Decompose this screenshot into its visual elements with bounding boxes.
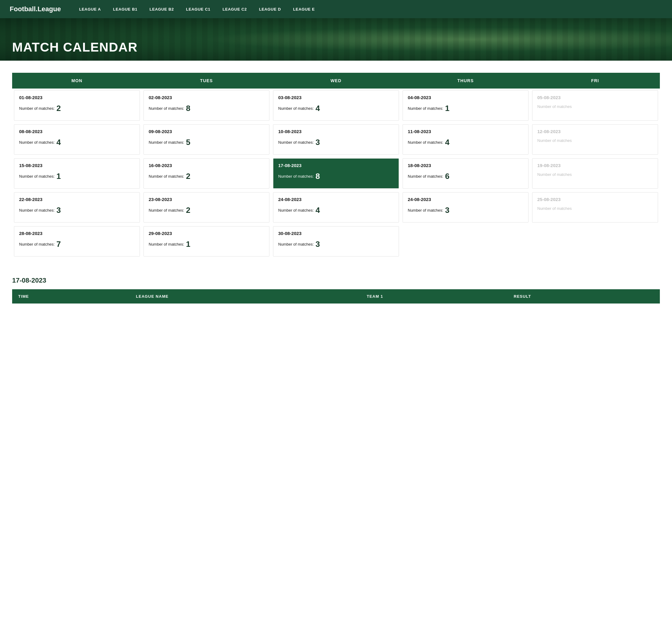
- day-cell-12-08-2023[interactable]: 12-08-2023Number of matches: [532, 124, 658, 155]
- calendar-cell[interactable]: 18-08-2023Number of matches:6: [401, 156, 530, 190]
- calendar-cell[interactable]: 04-08-2023Number of matches:1: [401, 89, 530, 122]
- match-count-number: 8: [316, 172, 320, 180]
- day-date: 08-08-2023: [19, 129, 135, 134]
- match-count-row: Number of matches:8: [149, 104, 264, 112]
- nav-link-league-b1[interactable]: LEAGUE B1: [113, 7, 137, 11]
- calendar-cell[interactable]: 30-08-2023Number of matches:3: [271, 224, 401, 258]
- calendar-cell[interactable]: 24-08-2023Number of matches:4: [271, 190, 401, 224]
- calendar-cell[interactable]: 08-08-2023Number of matches:4: [12, 122, 142, 156]
- day-date: 19-08-2023: [537, 163, 653, 168]
- day-cell-23-08-2023[interactable]: 23-08-2023Number of matches:2: [143, 192, 270, 223]
- nav-link-league-c1[interactable]: LEAGUE C1: [186, 7, 210, 11]
- calendar-cell[interactable]: 10-08-2023Number of matches:3: [271, 122, 401, 156]
- match-count-number: 4: [316, 104, 320, 112]
- match-count-row: Number of matches:3: [278, 138, 394, 146]
- day-cell-10-08-2023[interactable]: 10-08-2023Number of matches:3: [273, 124, 399, 155]
- match-count-label: Number of matches:: [278, 140, 314, 145]
- calendar-cell[interactable]: 11-08-2023Number of matches:4: [401, 122, 530, 156]
- day-date: 04-08-2023: [408, 95, 523, 100]
- calendar-cell[interactable]: 15-08-2023Number of matches:1: [12, 156, 142, 190]
- selected-date-title: 17-08-2023: [12, 276, 660, 285]
- match-count-row: Number of matches:1: [19, 172, 135, 180]
- calendar-cell[interactable]: 02-08-2023Number of matches:8: [142, 89, 271, 122]
- match-count-row: Number of matches:3: [408, 206, 523, 214]
- calendar-header-fri: FRI: [530, 73, 660, 89]
- day-cell-11-08-2023[interactable]: 11-08-2023Number of matches:4: [402, 124, 529, 155]
- match-table-header-time: TIME: [12, 289, 130, 303]
- day-cell-08-08-2023[interactable]: 08-08-2023Number of matches:4: [14, 124, 140, 155]
- match-count-number: 4: [316, 206, 320, 214]
- nav-link-league-e[interactable]: LEAGUE E: [293, 7, 315, 11]
- calendar-cell[interactable]: 09-08-2023Number of matches:5: [142, 122, 271, 156]
- match-count-label: Number of matches:: [408, 174, 443, 178]
- match-table-header-league-name: LEAGUE NAME: [130, 289, 361, 303]
- match-count-label: Number of matches:: [149, 242, 184, 246]
- day-cell-29-08-2023[interactable]: 29-08-2023Number of matches:1: [143, 226, 270, 257]
- match-count-number: 5: [186, 138, 190, 146]
- calendar-cell[interactable]: 25-08-2023Number of matches: [530, 190, 660, 224]
- match-count-row: Number of matches:6: [408, 172, 523, 180]
- day-cell-05-08-2023[interactable]: 05-08-2023Number of matches: [532, 90, 658, 121]
- nav-link-league-d[interactable]: LEAGUE D: [259, 7, 281, 11]
- day-cell-01-08-2023[interactable]: 01-08-2023Number of matches:2: [14, 90, 140, 121]
- day-cell-30-08-2023[interactable]: 30-08-2023Number of matches:3: [273, 226, 399, 257]
- match-count-label: Number of matches: [537, 104, 572, 109]
- day-cell-24-08-2023[interactable]: 24-08-2023Number of matches:4: [273, 192, 399, 223]
- match-table-header-team-1: TEAM 1: [361, 289, 508, 303]
- day-date: 16-08-2023: [149, 163, 264, 168]
- day-date: 12-08-2023: [537, 129, 653, 134]
- day-cell-03-08-2023[interactable]: 03-08-2023Number of matches:4: [273, 90, 399, 121]
- day-cell-18-08-2023[interactable]: 18-08-2023Number of matches:6: [402, 158, 529, 189]
- calendar-cell[interactable]: 16-08-2023Number of matches:2: [142, 156, 271, 190]
- day-date: 01-08-2023: [19, 95, 135, 100]
- nav-link-league-c2[interactable]: LEAGUE C2: [223, 7, 247, 11]
- match-count-number: 3: [316, 138, 320, 146]
- match-count-number: 3: [56, 206, 61, 214]
- nav-link-league-b2[interactable]: LEAGUE B2: [149, 7, 174, 11]
- match-count-row: Number of matches:4: [278, 206, 394, 214]
- calendar-cell[interactable]: 03-08-2023Number of matches:4: [271, 89, 401, 122]
- match-count-row: Number of matches: [537, 104, 653, 109]
- day-cell-22-08-2023[interactable]: 22-08-2023Number of matches:3: [14, 192, 140, 223]
- calendar-cell[interactable]: 19-08-2023Number of matches: [530, 156, 660, 190]
- calendar-header-mon: MON: [12, 73, 142, 89]
- match-count-row: Number of matches:4: [408, 138, 523, 146]
- calendar-cell[interactable]: 01-08-2023Number of matches:2: [12, 89, 142, 122]
- calendar-cell: [401, 224, 530, 258]
- match-count-number: 1: [186, 240, 190, 248]
- day-cell-04-08-2023[interactable]: 04-08-2023Number of matches:1: [402, 90, 529, 121]
- calendar-week-row: 28-08-2023Number of matches:729-08-2023N…: [12, 224, 660, 258]
- day-cell-17-08-2023[interactable]: 17-08-2023Number of matches:8: [273, 158, 399, 189]
- day-cell-24-08-2023[interactable]: 24-08-2023Number of matches:3: [402, 192, 529, 223]
- calendar-cell[interactable]: 17-08-2023Number of matches:8: [271, 156, 401, 190]
- day-cell-09-08-2023[interactable]: 09-08-2023Number of matches:5: [143, 124, 270, 155]
- calendar-cell[interactable]: 24-08-2023Number of matches:3: [401, 190, 530, 224]
- match-count-number: 1: [445, 104, 449, 112]
- day-date: 10-08-2023: [278, 129, 394, 134]
- calendar-cell[interactable]: 28-08-2023Number of matches:7: [12, 224, 142, 258]
- match-count-row: Number of matches:5: [149, 138, 264, 146]
- day-cell-15-08-2023[interactable]: 15-08-2023Number of matches:1: [14, 158, 140, 189]
- calendar-cell[interactable]: 12-08-2023Number of matches: [530, 122, 660, 156]
- match-count-row: Number of matches: [537, 206, 653, 211]
- calendar-cell[interactable]: 22-08-2023Number of matches:3: [12, 190, 142, 224]
- hero-banner: MATCH CALENDAR: [0, 18, 672, 60]
- calendar-cell[interactable]: 29-08-2023Number of matches:1: [142, 224, 271, 258]
- match-count-label: Number of matches:: [278, 106, 314, 111]
- main-content: MONTUESWEDTHURSFRI 01-08-2023Number of m…: [0, 60, 672, 276]
- day-cell-19-08-2023[interactable]: 19-08-2023Number of matches: [532, 158, 658, 189]
- nav-link-league-a[interactable]: LEAGUE A: [79, 7, 101, 11]
- site-logo[interactable]: Football.League: [10, 5, 61, 13]
- day-cell-28-08-2023[interactable]: 28-08-2023Number of matches:7: [14, 226, 140, 257]
- day-cell-02-08-2023[interactable]: 02-08-2023Number of matches:8: [143, 90, 270, 121]
- match-count-label: Number of matches:: [408, 106, 443, 111]
- calendar-cell[interactable]: 05-08-2023Number of matches: [530, 89, 660, 122]
- calendar-cell[interactable]: 23-08-2023Number of matches:2: [142, 190, 271, 224]
- calendar-header-row: MONTUESWEDTHURSFRI: [12, 73, 660, 89]
- match-count-label: Number of matches:: [19, 106, 54, 111]
- match-count-row: Number of matches:3: [19, 206, 135, 214]
- day-cell-25-08-2023[interactable]: 25-08-2023Number of matches: [532, 192, 658, 223]
- day-cell-16-08-2023[interactable]: 16-08-2023Number of matches:2: [143, 158, 270, 189]
- match-count-number: 4: [445, 138, 449, 146]
- match-count-number: 2: [186, 206, 190, 214]
